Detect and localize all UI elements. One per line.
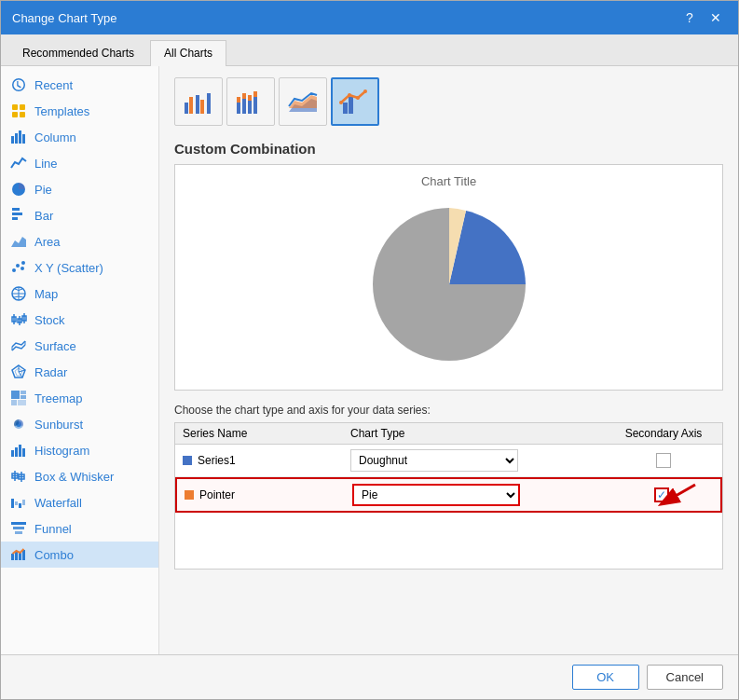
pointer-color-indicator: [185, 490, 194, 500]
recent-icon: [10, 76, 27, 93]
title-bar: Change Chart Type ? ✕: [1, 1, 738, 34]
main-content: Recent Templates C: [1, 66, 738, 654]
svg-rect-3: [20, 112, 25, 117]
stock-icon: [10, 311, 27, 328]
sidebar-item-pie[interactable]: Pie: [1, 176, 158, 202]
sidebar-item-waterfall[interactable]: Waterfall: [1, 489, 158, 515]
chart-preview: Chart Title: [174, 164, 723, 391]
svg-point-13: [16, 264, 20, 268]
svg-rect-69: [253, 91, 257, 97]
svg-rect-4: [11, 136, 14, 144]
svg-rect-46: [11, 499, 14, 508]
sidebar-item-bar[interactable]: Bar: [1, 202, 158, 228]
pointer-name-cell: Pointer: [185, 488, 352, 501]
bottom-bar: OK Cancel: [1, 654, 738, 699]
pie-chart-svg: [342, 194, 556, 376]
svg-point-76: [356, 96, 360, 100]
ok-button[interactable]: OK: [572, 665, 639, 690]
svg-point-15: [21, 261, 25, 265]
svg-point-77: [363, 89, 367, 93]
svg-rect-1: [20, 104, 25, 110]
svg-rect-52: [15, 531, 22, 534]
sidebar-item-line[interactable]: Line: [1, 150, 158, 176]
svg-rect-57: [185, 103, 188, 114]
sidebar-item-radar[interactable]: Radar: [1, 359, 158, 385]
pie-icon: [10, 181, 27, 198]
svg-rect-9: [12, 213, 22, 215]
sidebar-item-templates[interactable]: Templates: [1, 98, 158, 124]
svg-rect-7: [22, 134, 25, 144]
title-bar-controls: ? ✕: [678, 8, 727, 27]
svg-rect-67: [248, 95, 252, 101]
bar-icon: [10, 207, 27, 224]
svg-rect-2: [12, 112, 18, 117]
tab-recommended-charts[interactable]: Recommended Charts: [8, 40, 148, 65]
tab-all-charts[interactable]: All Charts: [150, 40, 226, 66]
cancel-button[interactable]: Cancel: [647, 665, 723, 690]
tab-bar: Recommended Charts All Charts: [1, 34, 738, 66]
svg-rect-51: [13, 527, 24, 529]
sidebar-item-scatter[interactable]: X Y (Scatter): [1, 254, 158, 281]
header-series-name: Series Name: [183, 427, 350, 440]
svg-rect-48: [19, 503, 21, 508]
arrow-svg: [644, 480, 700, 517]
series1-chart-type-dropdown[interactable]: Doughnut Pie Line Column: [350, 449, 518, 472]
table-row: Series1 Doughnut Pie Line Column: [175, 445, 722, 477]
sidebar-item-combo[interactable]: Combo: [1, 542, 158, 568]
sidebar-item-column[interactable]: Column: [1, 124, 158, 150]
pointer-chart-type-cell: Pie Doughnut Line Column: [352, 484, 610, 506]
chart-type-btn-stacked[interactable]: [226, 77, 275, 126]
chart-type-btn-clustered[interactable]: [174, 77, 223, 126]
svg-rect-55: [19, 553, 21, 560]
funnel-icon: [10, 520, 27, 537]
svg-rect-64: [242, 99, 246, 114]
sidebar: Recent Templates C: [1, 66, 159, 654]
waterfall-icon: [10, 494, 27, 511]
svg-rect-56: [22, 550, 25, 560]
svg-rect-0: [12, 104, 18, 110]
sidebar-item-box-whisker[interactable]: Box & Whisker: [1, 463, 158, 489]
header-chart-type: Chart Type: [350, 427, 612, 440]
pointer-chart-type-dropdown[interactable]: Pie Doughnut Line Column: [352, 484, 520, 506]
chart-type-btn-custom[interactable]: [331, 77, 379, 126]
sidebar-item-recent[interactable]: Recent: [1, 72, 158, 98]
series1-label: Series1: [198, 454, 236, 467]
header-secondary-axis: Secondary Axis: [612, 427, 715, 440]
sidebar-item-map[interactable]: Map: [1, 281, 158, 307]
surface-icon: [10, 337, 27, 354]
sidebar-item-histogram[interactable]: Histogram: [1, 437, 158, 463]
stacked-combo-icon: [235, 86, 267, 117]
pointer-label: Pointer: [199, 488, 235, 501]
sidebar-item-funnel[interactable]: Funnel: [1, 515, 158, 542]
dialog: Change Chart Type ? ✕ Recommended Charts…: [0, 0, 739, 700]
sidebar-item-area[interactable]: Area: [1, 228, 158, 254]
area-combo-icon: [287, 86, 319, 117]
close-button[interactable]: ✕: [705, 8, 727, 27]
help-button[interactable]: ?: [678, 8, 701, 27]
series1-secondary-axis-checkbox[interactable]: [656, 453, 671, 468]
svg-rect-65: [242, 93, 246, 99]
series1-name-cell: Series1: [183, 454, 350, 467]
svg-rect-37: [15, 447, 18, 457]
svg-rect-36: [11, 450, 14, 457]
sidebar-item-sunburst[interactable]: Sunburst: [1, 411, 158, 437]
svg-rect-8: [12, 208, 20, 211]
svg-point-12: [12, 268, 16, 272]
svg-rect-63: [237, 97, 240, 103]
svg-rect-33: [11, 400, 17, 405]
svg-rect-73: [349, 97, 353, 114]
sidebar-item-stock[interactable]: Stock: [1, 307, 158, 333]
svg-rect-39: [22, 448, 25, 457]
series-table-header: Series Name Chart Type Secondary Axis: [175, 423, 722, 445]
sidebar-item-surface[interactable]: Surface: [1, 333, 158, 359]
column-icon: [10, 129, 27, 145]
chart-preview-title: Chart Title: [421, 174, 476, 188]
svg-rect-31: [21, 391, 26, 394]
svg-rect-60: [200, 100, 204, 114]
radar-icon: [10, 364, 27, 380]
sidebar-item-treemap[interactable]: Treemap: [1, 385, 158, 411]
series1-chart-type-cell: Doughnut Pie Line Column: [350, 449, 612, 472]
chart-type-btn-area[interactable]: [279, 77, 327, 126]
series-table: Series Name Chart Type Secondary Axis Se…: [174, 422, 723, 570]
svg-rect-61: [207, 93, 211, 114]
